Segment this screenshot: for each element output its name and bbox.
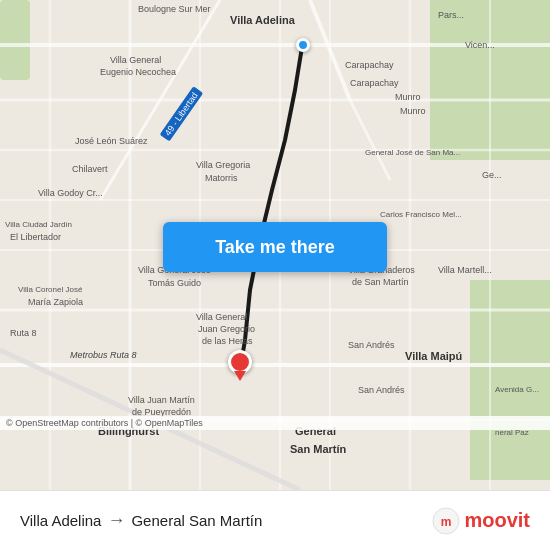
destination-label: General San Martín bbox=[131, 512, 262, 529]
green-area-e bbox=[470, 280, 550, 480]
destination-pin bbox=[228, 350, 252, 382]
green-area-ne bbox=[430, 0, 550, 160]
route-info: Villa Adelina → General San Martín bbox=[20, 510, 262, 531]
svg-text:m: m bbox=[441, 515, 452, 529]
green-area-nw bbox=[0, 0, 30, 80]
origin-label: Villa Adelina bbox=[20, 512, 101, 529]
map-container[interactable]: Villa Adelina Carapachay Carapachay Munr… bbox=[0, 0, 550, 490]
start-dot bbox=[296, 38, 310, 52]
take-me-there-button[interactable]: Take me there bbox=[163, 222, 387, 272]
bottom-bar: Villa Adelina → General San Martín m moo… bbox=[0, 490, 550, 550]
app: Villa Adelina Carapachay Carapachay Munr… bbox=[0, 0, 550, 550]
moovit-logo-icon: m bbox=[432, 507, 460, 535]
map-attribution: © OpenStreetMap contributors | © OpenMap… bbox=[0, 416, 550, 430]
moovit-logo: m moovit bbox=[432, 507, 530, 535]
arrow-icon: → bbox=[107, 510, 125, 531]
pin-tail bbox=[234, 371, 246, 381]
moovit-text: moovit bbox=[464, 509, 530, 532]
